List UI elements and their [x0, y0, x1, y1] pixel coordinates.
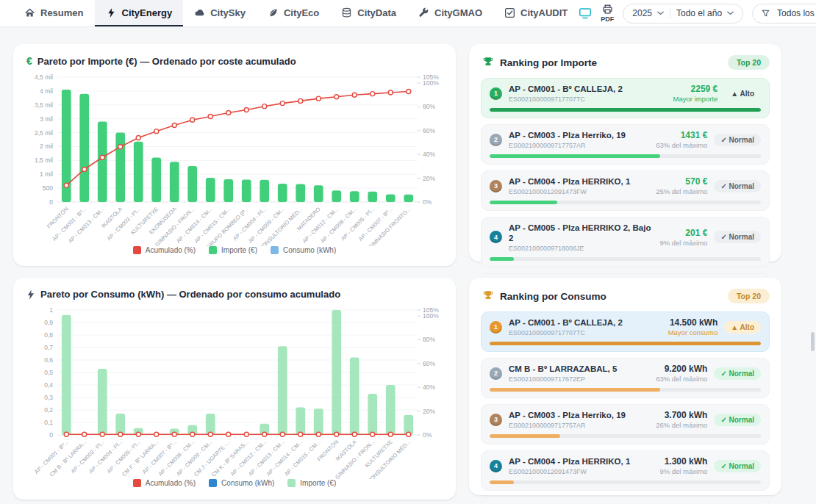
ranking-item-rank5[interactable]: 5AP - CM005 - Plza HERRIKO 2, Bajo 2ES00… [481, 497, 770, 504]
monitor-icon[interactable] [579, 7, 592, 20]
svg-text:105%: 105% [423, 306, 439, 314]
scrollbar-thumb[interactable] [811, 332, 815, 351]
tab-citysky[interactable]: CitySky [183, 0, 257, 26]
legend-item[interactable]: Consumo (kWh) [271, 246, 336, 254]
legend-label: Consumo (kWh) [221, 479, 274, 487]
ranking-item-rank4[interactable]: 4AP - CM005 - Plza HERRIKO 2, Bajo 2ES00… [481, 217, 770, 267]
tab-citydata[interactable]: CityData [330, 0, 407, 26]
svg-text:1 mil: 1 mil [40, 170, 53, 178]
chart-title-consumo: Pareto por Consumo (kWh) — Ordenado por … [26, 289, 445, 300]
tab-cityenergy[interactable]: CityEnergy [95, 0, 184, 26]
status-badge: ▲ Alto [724, 87, 761, 100]
pareto-consumo-chart: 00,10,20,30,40,50,60,70,80,910%20%40%60%… [24, 303, 445, 479]
meter-value: 1431 € [656, 130, 707, 140]
chart-title-importe: € Pareto por Importe (€) — Ordenado por … [26, 55, 445, 67]
leaf-icon [268, 7, 279, 18]
pdf-export-button[interactable]: PDF [601, 4, 614, 23]
top-navbar: ResumenCityEnergyCitySkyCityEcoCityDataC… [0, 0, 816, 27]
progress-track [490, 434, 761, 438]
medal-icon: 1 [490, 87, 502, 100]
svg-text:3 mil: 3 mil [40, 115, 53, 123]
svg-text:4,5 mil: 4,5 mil [35, 73, 53, 81]
status-badge: ✓ Normal [714, 134, 761, 146]
svg-text:0,7: 0,7 [44, 344, 53, 351]
nav-tabs: ResumenCityEnergyCitySkyCityEcoCityDataC… [13, 0, 579, 26]
meter-subtext: 25% del máximo [656, 187, 707, 195]
meter-value: 570 € [656, 176, 707, 187]
svg-text:0,3: 0,3 [44, 394, 53, 401]
ranking-title: Ranking por Consumo [500, 291, 722, 302]
meter-value: 2259 € [673, 84, 718, 94]
period-select[interactable]: Todo el año [676, 8, 734, 18]
progress-fill [490, 480, 514, 484]
meter-code: ES0021000009717757AR [509, 142, 649, 149]
ranking-item-rank3[interactable]: 3AP - CM004 - Plza HERRIKO, 1ES002100001… [481, 170, 770, 211]
meter-name: AP - CM003 - Plza Herriko, 19 [509, 410, 649, 420]
svg-text:80%: 80% [423, 103, 435, 110]
bolt-icon [26, 289, 35, 300]
svg-text:0,1: 0,1 [44, 419, 53, 426]
type-filter-pill[interactable]: Todos los tipos [752, 4, 816, 24]
legend-item[interactable]: Importe (€) [209, 246, 257, 254]
check-square-icon [504, 7, 515, 18]
svg-text:0,2: 0,2 [44, 406, 53, 414]
ranking-item-rank4[interactable]: 4AP - CM004 - Plza HERRIKO, 1ES002100001… [481, 450, 770, 491]
progress-track [490, 201, 761, 204]
chevron-down-icon [727, 11, 734, 15]
svg-text:2 mil: 2 mil [40, 143, 53, 150]
meter-subtext: 63% del máximo [656, 141, 707, 149]
medal-icon: 4 [490, 231, 502, 243]
ranking-importe-card: Ranking por Importe Top 20 1AP - CM001 -… [469, 44, 781, 262]
wrench-icon [418, 7, 429, 18]
progress-fill [490, 108, 761, 112]
period-pill: 2025 Todo el año [623, 4, 743, 24]
top20-badge: Top 20 [728, 55, 770, 70]
ranking-item-rank2[interactable]: 2CM B - Bº LARRAZABAL, 5ES00210000097176… [481, 358, 770, 398]
legend-item[interactable]: Acumulado (%) [133, 479, 196, 487]
charts-column: € Pareto por Importe (€) — Ordenado por … [13, 44, 456, 500]
tab-resumen[interactable]: Resumen [13, 0, 95, 26]
svg-text:80%: 80% [423, 336, 435, 343]
tab-citygmao[interactable]: CityGMAO [407, 0, 493, 26]
progress-track [490, 108, 761, 112]
chart-legend: Acumulado (%)Importe (€)Consumo (kWh) [24, 246, 445, 254]
svg-text:20%: 20% [423, 175, 435, 182]
ranking-item-rank1[interactable]: 1AP - CM001 - Bº CALLEJA, 2ES00210000097… [481, 312, 770, 352]
meter-code: ES0021000012091473FW [509, 188, 649, 195]
legend-item[interactable]: Importe (€) [287, 479, 336, 487]
legend-label: Importe (€) [300, 479, 336, 487]
ranking-item-rank3[interactable]: 3AP - CM003 - Plza Herriko, 19ES00210000… [481, 404, 770, 444]
meter-name: AP - CM003 - Plza Herriko, 19 [509, 130, 649, 140]
svg-text:1: 1 [49, 306, 53, 314]
legend-swatch [133, 246, 141, 254]
ranking-importe-header: Ranking por Importe Top 20 [482, 55, 770, 70]
year-select[interactable]: 2025 [632, 8, 664, 18]
home-icon [24, 7, 35, 18]
legend-item[interactable]: Consumo (kWh) [209, 479, 274, 487]
svg-text:0,6: 0,6 [44, 356, 53, 364]
legend-label: Importe (€) [221, 246, 257, 254]
legend-label: Acumulado (%) [146, 246, 196, 254]
tab-cityeco[interactable]: CityEco [257, 0, 330, 26]
svg-text:0,4: 0,4 [44, 381, 53, 389]
medal-icon: 3 [490, 180, 502, 192]
tab-cityaudit[interactable]: CityAUDIT [493, 0, 579, 26]
meter-code: ES0021000012091473FW [509, 468, 653, 475]
status-badge: ✓ Normal [714, 367, 761, 380]
status-badge: ✓ Normal [714, 180, 761, 192]
progress-fill [490, 342, 761, 345]
progress-fill [490, 434, 560, 438]
meter-value: 3.700 kWh [656, 410, 707, 420]
svg-text:60%: 60% [423, 127, 435, 134]
ranking-item-rank1[interactable]: 1AP - CM001 - Bº CALLEJA, 2ES00210000097… [481, 78, 770, 118]
printer-icon [602, 4, 613, 15]
svg-text:1,5 mil: 1,5 mil [35, 156, 53, 164]
svg-text:0,5: 0,5 [44, 369, 53, 376]
legend-label: Consumo (kWh) [283, 246, 336, 254]
ranking-title: Ranking por Importe [500, 57, 722, 68]
legend-item[interactable]: Acumulado (%) [133, 246, 196, 254]
meter-name: AP - CM001 - Bº CALLEJA, 2 [509, 317, 662, 328]
meter-code: ES0021000009717707TC [509, 96, 667, 103]
meter-subtext: 9% del máximo [659, 467, 707, 475]
ranking-item-rank2[interactable]: 2AP - CM003 - Plza Herriko, 19ES00210000… [481, 124, 770, 165]
